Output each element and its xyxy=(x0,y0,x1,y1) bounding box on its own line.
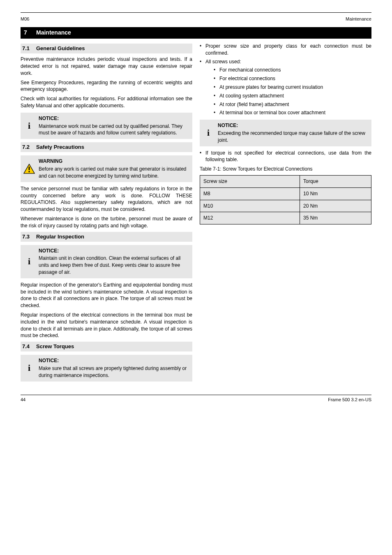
notice-callout: i NOTICE: Exceeding the recommended torq… xyxy=(200,120,371,146)
list-item-text: All screws used: xyxy=(205,59,241,65)
info-icon: i xyxy=(200,120,217,146)
list-item: At pressure plates for bearing current i… xyxy=(214,84,371,91)
torque-table: Screw size Torque M8 10 Nm M10 20 Nm M12… xyxy=(200,175,371,224)
callout-title: WARNING xyxy=(39,158,189,165)
callout-text: Maintain unit in clean condition. Clean … xyxy=(39,255,189,275)
list-item: At rotor (field frame) attachment xyxy=(214,101,371,108)
body-text: Whenever maintenance is done on the turb… xyxy=(21,215,192,229)
table-row: Screw size Torque xyxy=(200,175,371,187)
callout-title: NOTICE: xyxy=(39,115,189,122)
subhead-num: 7.1 xyxy=(22,45,36,52)
callout-body: WARNING Before any work is carried out m… xyxy=(38,155,192,182)
table-cell: 20 Nm xyxy=(300,200,371,212)
info-icon: i xyxy=(21,113,38,139)
right-column: Proper screw size and property class for… xyxy=(200,41,371,385)
table-cell: M12 xyxy=(200,212,300,224)
table-cell: M8 xyxy=(200,187,300,200)
table-cell: 10 Nm xyxy=(300,187,371,200)
subhead-title: Safety Precautions xyxy=(36,143,84,151)
table-row: M10 20 Nm xyxy=(200,200,371,212)
callout-body: NOTICE: Exceeding the recommended torque… xyxy=(217,120,371,146)
list-item: At terminal box or terminal box cover at… xyxy=(214,109,371,116)
callout-text: Before any work is carried out make sure… xyxy=(39,166,189,180)
warning-triangle-icon xyxy=(23,164,35,174)
info-i-glyph: i xyxy=(207,127,210,139)
info-icon: i xyxy=(21,355,38,381)
callout-title: NOTICE: xyxy=(39,247,189,254)
subhead-title: Regular Inspection xyxy=(36,233,84,240)
table-header: Screw size xyxy=(200,175,300,187)
table-row: M8 10 Nm xyxy=(200,187,371,200)
body-text: Regular inspection of the generator's Ea… xyxy=(21,282,192,309)
section-title: Maintenance xyxy=(36,29,71,37)
callout-title: NOTICE: xyxy=(218,122,368,129)
table-caption: Table 7-1: Screw Torques for Electrical … xyxy=(200,166,371,173)
body-text: Regular inspections of the electrical co… xyxy=(21,312,192,339)
list-item: If torque is not specified for electrica… xyxy=(200,150,371,164)
list-item: At cooling system attachment xyxy=(214,92,371,99)
callout-title: NOTICE: xyxy=(39,357,189,364)
info-icon: i xyxy=(21,245,38,278)
subhead-7-2: 7.2 Safety Precautions xyxy=(21,142,192,152)
callout-text: Make sure that all screws are properly t… xyxy=(39,365,189,379)
bullet-list-after-note: If torque is not specified for electrica… xyxy=(200,150,371,164)
table-cell: M10 xyxy=(200,200,300,212)
body-text: Preventive maintenance includes periodic… xyxy=(21,56,192,76)
table-header: Torque xyxy=(300,175,371,187)
subhead-7-1: 7.1 General Guidelines xyxy=(21,44,192,53)
callout-text: Maintenance work must be carried out by … xyxy=(39,123,189,137)
callout-body: NOTICE: Maintenance work must be carried… xyxy=(38,113,192,139)
notice-callout: i NOTICE: Maintenance work must be carri… xyxy=(21,113,192,139)
section-banner: 7 Maintenance xyxy=(21,27,371,39)
subhead-title: General Guidelines xyxy=(36,45,85,52)
callout-body: NOTICE: Maintain unit in clean condition… xyxy=(38,245,192,278)
body-text: Check with local authorities for regulat… xyxy=(21,95,192,109)
table-row: M12 35 Nm xyxy=(200,212,371,224)
body-text: The service personnel must be familiar w… xyxy=(21,185,192,213)
svg-point-2 xyxy=(28,171,30,172)
section-number: 7 xyxy=(24,29,36,37)
bullet-list-top: Proper screw size and property class for… xyxy=(200,43,371,116)
list-item: Proper screw size and property class for… xyxy=(200,43,371,57)
callout-body: NOTICE: Make sure that all screws are pr… xyxy=(38,355,192,381)
body-text: See Emergency Procedures, regarding the … xyxy=(21,79,192,93)
warning-callout: WARNING Before any work is carried out m… xyxy=(21,155,192,182)
page-footer: 44 Frame 500 3.2 en-US xyxy=(21,395,371,403)
subhead-num: 7.3 xyxy=(22,233,36,240)
svg-rect-1 xyxy=(29,166,30,170)
callout-text: Exceeding the recommended torque may cau… xyxy=(218,130,368,144)
page-number: 44 xyxy=(21,397,25,403)
left-column: 7.1 General Guidelines Preventive mainte… xyxy=(21,41,192,385)
header-rule xyxy=(21,12,371,13)
subhead-7-4: 7.4 Screw Torques xyxy=(21,342,192,352)
header-left: M06 xyxy=(21,16,29,22)
list-item: For mechanical connections xyxy=(214,67,371,74)
info-i-glyph: i xyxy=(28,120,30,132)
subhead-title: Screw Torques xyxy=(36,343,74,350)
notice-callout: i NOTICE: Make sure that all screws are … xyxy=(21,355,192,381)
header-right: Maintenance xyxy=(346,16,371,22)
list-item: For electrical connections xyxy=(214,75,371,82)
two-column-layout: 7.1 General Guidelines Preventive mainte… xyxy=(21,41,371,385)
footer-text: Frame 500 3.2 en-US xyxy=(328,397,371,403)
page-header: M06 Maintenance xyxy=(21,16,371,22)
table-cell: 35 Nm xyxy=(300,212,371,224)
warning-icon xyxy=(21,155,38,182)
info-i-glyph: i xyxy=(28,255,30,268)
subhead-7-3: 7.3 Regular Inspection xyxy=(21,232,192,242)
subhead-num: 7.4 xyxy=(22,343,36,350)
info-i-glyph: i xyxy=(28,362,30,375)
subhead-num: 7.2 xyxy=(22,143,36,151)
bullet-list-nested: For mechanical connections For electrica… xyxy=(214,67,371,116)
list-item: All screws used: For mechanical connecti… xyxy=(200,58,371,117)
notice-callout: i NOTICE: Maintain unit in clean conditi… xyxy=(21,245,192,278)
